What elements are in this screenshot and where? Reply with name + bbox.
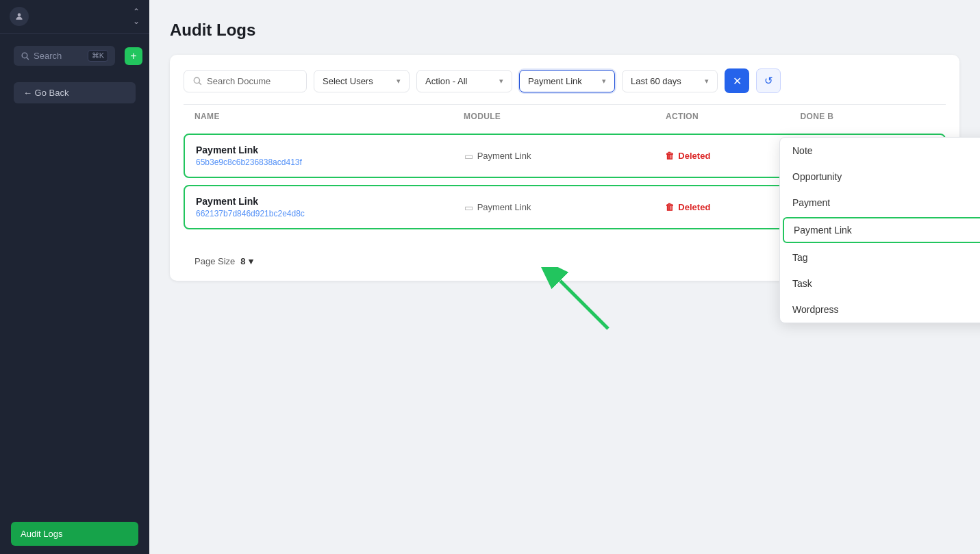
- row-2-action-label: Deleted: [678, 202, 710, 212]
- clear-filter-button[interactable]: ✕: [725, 68, 749, 93]
- refresh-button[interactable]: ↺: [756, 68, 781, 93]
- search-label: Search: [34, 51, 62, 61]
- date-label: Last 60 days: [631, 76, 681, 86]
- dropdown-item-opportunity[interactable]: Opportunity: [780, 164, 980, 190]
- row-1-module: ▭ Payment Link: [464, 151, 666, 162]
- delete-icon: 🗑: [665, 151, 674, 161]
- svg-line-4: [199, 83, 201, 85]
- refresh-icon: ↺: [764, 75, 773, 87]
- row-2-name: Payment Link: [196, 196, 464, 207]
- module-icon-2: ▭: [464, 202, 473, 213]
- row-1-module-label: Payment Link: [477, 151, 531, 161]
- col-done-by: Done b: [800, 112, 935, 121]
- action-chevron-icon: ▾: [499, 77, 503, 86]
- search-docume-label: Search Docume: [207, 76, 271, 86]
- col-name: Name: [194, 112, 464, 121]
- user-icon: [10, 7, 29, 26]
- delete-icon-2: 🗑: [665, 202, 674, 212]
- sidebar-bottom: Audit Logs: [0, 514, 149, 554]
- go-back-button[interactable]: ← Go Back: [14, 82, 136, 103]
- date-chevron-icon: ▾: [705, 77, 709, 86]
- action-label: Action - All: [425, 76, 467, 86]
- search-input[interactable]: Search Docume: [184, 70, 307, 92]
- users-select[interactable]: Select Users ▾: [314, 70, 410, 92]
- users-placeholder: Select Users: [323, 76, 373, 86]
- svg-point-3: [194, 77, 199, 83]
- action-select[interactable]: Action - All ▾: [416, 70, 512, 92]
- sidebar: ⌃⌄ Search ⌘K + ← Go Back Audit Logs: [0, 0, 149, 554]
- svg-point-0: [18, 13, 21, 16]
- sidebar-nav: [0, 113, 149, 514]
- dropdown-item-note[interactable]: Note: [780, 138, 980, 164]
- page-size-chevron-icon: ▾: [249, 256, 253, 266]
- sidebar-item-audit-logs[interactable]: Audit Logs: [11, 522, 138, 546]
- payment-link-label: Payment Link: [528, 76, 582, 86]
- audit-logs-label: Audit Logs: [21, 529, 62, 539]
- dropdown-item-payment-link[interactable]: Payment Link: [783, 217, 980, 243]
- dropdown-item-wordpress[interactable]: Wordpress: [780, 297, 980, 323]
- row-2-id: 662137b7d846d921bc2e4d8c: [196, 209, 464, 218]
- go-back-label: ← Go Back: [23, 88, 68, 98]
- page-size-value[interactable]: 8 ▾: [240, 256, 253, 266]
- row-2-module: ▭ Payment Link: [464, 202, 666, 213]
- payment-link-chevron-icon: ▾: [602, 77, 606, 86]
- sidebar-search[interactable]: Search ⌘K: [14, 46, 115, 66]
- table-header: Name Module Action Done b: [184, 104, 946, 128]
- users-chevron-icon: ▾: [397, 77, 401, 86]
- module-dropdown: Note Opportunity Payment Payment Link Ta…: [779, 137, 980, 323]
- dropdown-item-tag[interactable]: Tag: [780, 244, 980, 270]
- svg-point-1: [22, 53, 27, 58]
- row-1-id: 65b3e9c8c6b236838acd413f: [196, 158, 464, 167]
- search-kbd: ⌘K: [88, 50, 108, 62]
- dropdown-item-task[interactable]: Task: [780, 270, 980, 297]
- dropdown-item-payment[interactable]: Payment: [780, 190, 980, 216]
- sidebar-user-menu[interactable]: ⌃⌄: [0, 0, 149, 34]
- sidebar-add-button[interactable]: +: [125, 47, 142, 65]
- clear-icon: ✕: [733, 75, 742, 88]
- main-content: Audit Logs Search Docume Select Users ▾ …: [149, 0, 980, 554]
- col-action: Action: [666, 112, 801, 121]
- page-title: Audit Logs: [170, 21, 959, 40]
- module-icon: ▭: [464, 151, 473, 162]
- row-1-name: Payment Link: [196, 144, 464, 155]
- svg-line-2: [27, 58, 29, 60]
- page-size-label: Page Size: [194, 256, 235, 266]
- payment-link-select[interactable]: Payment Link ▾: [519, 70, 615, 92]
- row-1-action-label: Deleted: [678, 151, 710, 161]
- date-select[interactable]: Last 60 days ▾: [622, 70, 718, 92]
- user-chevron-icon: ⌃⌄: [133, 7, 140, 26]
- col-module: Module: [464, 112, 666, 121]
- row-2-module-label: Payment Link: [477, 202, 531, 212]
- filter-row: Search Docume Select Users ▾ Action - Al…: [184, 68, 946, 93]
